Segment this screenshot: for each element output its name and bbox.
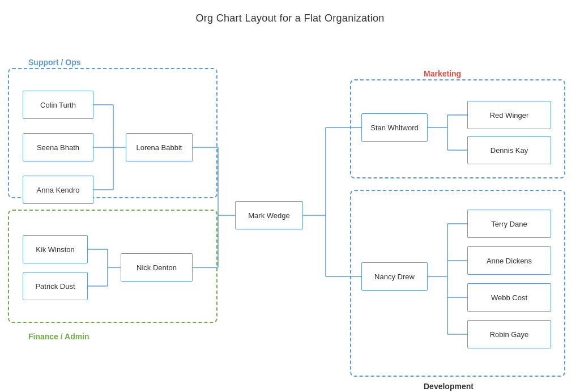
node-anne-dickens: Anne Dickens bbox=[467, 246, 551, 275]
node-webb-cost: Webb Cost bbox=[467, 283, 551, 312]
node-dennis-kay: Dennis Kay bbox=[467, 136, 551, 164]
node-kik-winston: Kik Winston bbox=[23, 235, 88, 263]
label-development: Development bbox=[424, 382, 474, 391]
node-patrick-dust: Patrick Dust bbox=[23, 272, 88, 300]
node-robin-gaye: Robin Gaye bbox=[467, 320, 551, 348]
node-lorena-babbit: Lorena Babbit bbox=[126, 133, 193, 161]
node-stan-whitword: Stan Whitword bbox=[361, 113, 428, 142]
page-title: Org Chart Layout for a Flat Organization bbox=[0, 0, 580, 24]
node-mark-wedge: Mark Wedge bbox=[235, 201, 303, 229]
label-support: Support / Ops bbox=[28, 58, 81, 67]
label-marketing: Marketing bbox=[424, 69, 461, 78]
node-anna-kendro: Anna Kendro bbox=[23, 176, 93, 204]
node-terry-dane: Terry Dane bbox=[467, 210, 551, 238]
label-finance: Finance / Admin bbox=[28, 332, 89, 341]
node-red-winger: Red Winger bbox=[467, 101, 551, 129]
node-nick-denton: Nick Denton bbox=[121, 253, 193, 282]
node-nancy-drew: Nancy Drew bbox=[361, 262, 428, 291]
node-seena-bhath: Seena Bhath bbox=[23, 133, 93, 161]
node-colin-turth: Colin Turth bbox=[23, 91, 93, 119]
